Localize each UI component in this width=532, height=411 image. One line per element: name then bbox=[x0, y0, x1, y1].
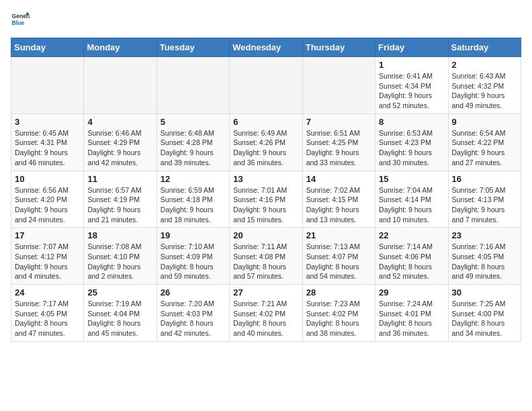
day-number: 5 bbox=[161, 117, 226, 127]
day-info: Sunrise: 7:13 AM Sunset: 4:07 PM Dayligh… bbox=[306, 242, 371, 281]
column-header-saturday: Saturday bbox=[448, 38, 521, 57]
column-header-friday: Friday bbox=[375, 38, 448, 57]
day-number: 30 bbox=[452, 287, 517, 298]
day-info: Sunrise: 6:53 AM Sunset: 4:23 PM Dayligh… bbox=[379, 128, 444, 168]
day-info: Sunrise: 7:21 AM Sunset: 4:02 PM Dayligh… bbox=[233, 299, 298, 338]
day-info: Sunrise: 7:02 AM Sunset: 4:15 PM Dayligh… bbox=[306, 185, 371, 225]
calendar-cell bbox=[84, 57, 157, 114]
calendar-cell: 1Sunrise: 6:41 AM Sunset: 4:34 PM Daylig… bbox=[375, 57, 448, 114]
day-info: Sunrise: 7:14 AM Sunset: 4:06 PM Dayligh… bbox=[379, 242, 444, 281]
calendar-cell: 13Sunrise: 7:01 AM Sunset: 4:16 PM Dayli… bbox=[230, 171, 302, 228]
day-info: Sunrise: 6:59 AM Sunset: 4:18 PM Dayligh… bbox=[161, 185, 226, 225]
day-info: Sunrise: 6:48 AM Sunset: 4:28 PM Dayligh… bbox=[161, 128, 226, 168]
calendar-cell: 17Sunrise: 7:07 AM Sunset: 4:12 PM Dayli… bbox=[11, 228, 84, 285]
calendar-cell: 14Sunrise: 7:02 AM Sunset: 4:15 PM Dayli… bbox=[302, 171, 375, 228]
day-number: 17 bbox=[15, 230, 80, 240]
day-info: Sunrise: 7:19 AM Sunset: 4:04 PM Dayligh… bbox=[87, 299, 152, 338]
day-info: Sunrise: 6:45 AM Sunset: 4:31 PM Dayligh… bbox=[15, 128, 80, 168]
day-number: 2 bbox=[452, 60, 517, 70]
day-number: 9 bbox=[452, 117, 517, 127]
calendar-cell: 24Sunrise: 7:17 AM Sunset: 4:05 PM Dayli… bbox=[11, 285, 84, 342]
day-info: Sunrise: 7:24 AM Sunset: 4:01 PM Dayligh… bbox=[379, 299, 444, 338]
calendar-cell: 11Sunrise: 6:57 AM Sunset: 4:19 PM Dayli… bbox=[84, 171, 157, 228]
day-info: Sunrise: 6:54 AM Sunset: 4:22 PM Dayligh… bbox=[452, 128, 517, 168]
calendar-cell: 26Sunrise: 7:20 AM Sunset: 4:03 PM Dayli… bbox=[157, 285, 229, 342]
calendar-cell: 29Sunrise: 7:24 AM Sunset: 4:01 PM Dayli… bbox=[375, 285, 448, 342]
svg-text:Blue: Blue bbox=[12, 19, 25, 26]
day-number: 29 bbox=[379, 287, 444, 298]
day-number: 4 bbox=[87, 117, 152, 127]
day-info: Sunrise: 7:10 AM Sunset: 4:09 PM Dayligh… bbox=[161, 242, 226, 281]
calendar-cell: 16Sunrise: 7:05 AM Sunset: 4:13 PM Dayli… bbox=[448, 171, 521, 228]
day-info: Sunrise: 7:05 AM Sunset: 4:13 PM Dayligh… bbox=[452, 185, 517, 225]
calendar-cell bbox=[157, 57, 229, 114]
calendar-cell bbox=[302, 57, 375, 114]
day-number: 25 bbox=[87, 287, 152, 298]
day-number: 22 bbox=[379, 230, 444, 240]
header-row: SundayMondayTuesdayWednesdayThursdayFrid… bbox=[11, 38, 521, 57]
day-number: 11 bbox=[87, 174, 152, 184]
calendar-cell: 19Sunrise: 7:10 AM Sunset: 4:09 PM Dayli… bbox=[157, 228, 229, 285]
day-info: Sunrise: 6:46 AM Sunset: 4:29 PM Dayligh… bbox=[87, 128, 152, 168]
calendar-cell: 6Sunrise: 6:49 AM Sunset: 4:26 PM Daylig… bbox=[230, 113, 302, 171]
calendar-cell: 21Sunrise: 7:13 AM Sunset: 4:07 PM Dayli… bbox=[302, 228, 375, 285]
day-number: 1 bbox=[379, 60, 444, 70]
logo: General Blue bbox=[11, 11, 30, 30]
calendar-cell: 28Sunrise: 7:23 AM Sunset: 4:02 PM Dayli… bbox=[302, 285, 375, 342]
day-info: Sunrise: 7:23 AM Sunset: 4:02 PM Dayligh… bbox=[306, 299, 371, 338]
calendar-cell: 2Sunrise: 6:43 AM Sunset: 4:32 PM Daylig… bbox=[448, 57, 521, 114]
header: General Blue bbox=[11, 11, 521, 30]
calendar-cell bbox=[230, 57, 302, 114]
calendar-cell: 27Sunrise: 7:21 AM Sunset: 4:02 PM Dayli… bbox=[230, 285, 302, 342]
day-info: Sunrise: 7:25 AM Sunset: 4:00 PM Dayligh… bbox=[452, 299, 517, 338]
calendar-cell: 20Sunrise: 7:11 AM Sunset: 4:08 PM Dayli… bbox=[230, 228, 302, 285]
week-row-5: 24Sunrise: 7:17 AM Sunset: 4:05 PM Dayli… bbox=[11, 285, 521, 342]
day-info: Sunrise: 7:07 AM Sunset: 4:12 PM Dayligh… bbox=[15, 242, 80, 281]
column-header-monday: Monday bbox=[84, 38, 157, 57]
calendar-cell: 22Sunrise: 7:14 AM Sunset: 4:06 PM Dayli… bbox=[375, 228, 448, 285]
day-number: 6 bbox=[233, 117, 298, 127]
column-header-tuesday: Tuesday bbox=[157, 38, 229, 57]
day-number: 3 bbox=[15, 117, 80, 127]
day-number: 20 bbox=[233, 230, 298, 240]
day-number: 21 bbox=[306, 230, 371, 240]
calendar-cell: 25Sunrise: 7:19 AM Sunset: 4:04 PM Dayli… bbox=[84, 285, 157, 342]
day-number: 18 bbox=[87, 230, 152, 240]
calendar-cell: 12Sunrise: 6:59 AM Sunset: 4:18 PM Dayli… bbox=[157, 171, 229, 228]
calendar-cell bbox=[11, 57, 84, 114]
calendar-cell: 3Sunrise: 6:45 AM Sunset: 4:31 PM Daylig… bbox=[11, 113, 84, 171]
calendar-cell: 10Sunrise: 6:56 AM Sunset: 4:20 PM Dayli… bbox=[11, 171, 84, 228]
day-number: 8 bbox=[379, 117, 444, 127]
day-number: 14 bbox=[306, 174, 371, 184]
day-number: 10 bbox=[15, 174, 80, 184]
day-info: Sunrise: 6:51 AM Sunset: 4:25 PM Dayligh… bbox=[306, 128, 371, 168]
day-info: Sunrise: 7:04 AM Sunset: 4:14 PM Dayligh… bbox=[379, 185, 444, 225]
day-info: Sunrise: 6:56 AM Sunset: 4:20 PM Dayligh… bbox=[15, 185, 80, 225]
calendar-cell: 30Sunrise: 7:25 AM Sunset: 4:00 PM Dayli… bbox=[448, 285, 521, 342]
day-number: 16 bbox=[452, 174, 517, 184]
day-number: 26 bbox=[161, 287, 226, 298]
week-row-3: 10Sunrise: 6:56 AM Sunset: 4:20 PM Dayli… bbox=[11, 171, 521, 228]
logo-icon: General Blue bbox=[11, 11, 30, 30]
day-number: 27 bbox=[233, 287, 298, 298]
day-info: Sunrise: 7:01 AM Sunset: 4:16 PM Dayligh… bbox=[233, 185, 298, 225]
day-number: 24 bbox=[15, 287, 80, 298]
day-info: Sunrise: 6:57 AM Sunset: 4:19 PM Dayligh… bbox=[87, 185, 152, 225]
day-info: Sunrise: 6:43 AM Sunset: 4:32 PM Dayligh… bbox=[452, 71, 517, 111]
column-header-sunday: Sunday bbox=[11, 38, 84, 57]
calendar-cell: 15Sunrise: 7:04 AM Sunset: 4:14 PM Dayli… bbox=[375, 171, 448, 228]
day-number: 19 bbox=[161, 230, 226, 240]
day-info: Sunrise: 7:08 AM Sunset: 4:10 PM Dayligh… bbox=[87, 242, 152, 281]
calendar-cell: 8Sunrise: 6:53 AM Sunset: 4:23 PM Daylig… bbox=[375, 113, 448, 171]
day-number: 7 bbox=[306, 117, 371, 127]
calendar-cell: 23Sunrise: 7:16 AM Sunset: 4:05 PM Dayli… bbox=[448, 228, 521, 285]
day-info: Sunrise: 7:17 AM Sunset: 4:05 PM Dayligh… bbox=[15, 299, 80, 338]
day-number: 23 bbox=[452, 230, 517, 240]
calendar-cell: 18Sunrise: 7:08 AM Sunset: 4:10 PM Dayli… bbox=[84, 228, 157, 285]
calendar-cell: 5Sunrise: 6:48 AM Sunset: 4:28 PM Daylig… bbox=[157, 113, 229, 171]
day-number: 12 bbox=[161, 174, 226, 184]
day-info: Sunrise: 7:16 AM Sunset: 4:05 PM Dayligh… bbox=[452, 242, 517, 281]
calendar-cell: 9Sunrise: 6:54 AM Sunset: 4:22 PM Daylig… bbox=[448, 113, 521, 171]
calendar-cell: 4Sunrise: 6:46 AM Sunset: 4:29 PM Daylig… bbox=[84, 113, 157, 171]
day-info: Sunrise: 6:49 AM Sunset: 4:26 PM Dayligh… bbox=[233, 128, 298, 168]
